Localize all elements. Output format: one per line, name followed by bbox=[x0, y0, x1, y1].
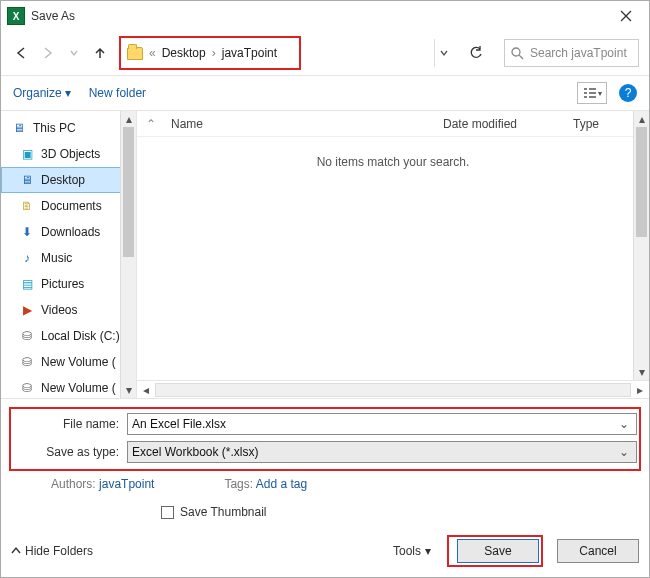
scroll-down-icon[interactable]: ▾ bbox=[121, 382, 136, 398]
pc-icon: 🖥 bbox=[11, 120, 27, 136]
empty-message: No items match your search. bbox=[317, 155, 470, 169]
filename-value: An Excel File.xlsx bbox=[132, 417, 616, 431]
save-as-dialog: X Save As « Desktop › javaTpoint Search … bbox=[0, 0, 650, 578]
sidebar-item-desktop[interactable]: 🖥Desktop bbox=[1, 167, 136, 193]
save-thumbnail-option[interactable]: Save Thumbnail bbox=[11, 505, 639, 519]
scrollbar-thumb[interactable] bbox=[123, 127, 134, 257]
chevron-down-icon[interactable]: ⌄ bbox=[616, 417, 632, 431]
content-area: 🖥This PC ▣3D Objects 🖥Desktop 🗎Documents… bbox=[1, 111, 649, 398]
sidebar-item-local-disk[interactable]: ⛁Local Disk (C:) bbox=[1, 323, 136, 349]
tags-value[interactable]: Add a tag bbox=[256, 477, 307, 491]
highlight-save: Save bbox=[447, 535, 543, 567]
navigation-pane: 🖥This PC ▣3D Objects 🖥Desktop 🗎Documents… bbox=[1, 111, 137, 398]
scroll-right-icon[interactable]: ▸ bbox=[631, 383, 649, 397]
chevron-down-icon: ▾ bbox=[598, 89, 602, 98]
sidebar-item-3d-objects[interactable]: ▣3D Objects bbox=[1, 141, 136, 167]
disk-icon: ⛁ bbox=[19, 328, 35, 344]
cube-icon: ▣ bbox=[19, 146, 35, 162]
bottom-panel: File name: An Excel File.xlsx ⌄ Save as … bbox=[1, 398, 649, 527]
sidebar-item-this-pc[interactable]: 🖥This PC bbox=[1, 115, 136, 141]
column-name[interactable]: Name bbox=[165, 117, 443, 131]
vertical-scrollbar[interactable]: ▴ ▾ bbox=[633, 111, 649, 380]
window-title: Save As bbox=[31, 9, 611, 23]
view-options-button[interactable]: ▾ bbox=[577, 82, 607, 104]
sidebar-item-videos[interactable]: ▶Videos bbox=[1, 297, 136, 323]
chevron-down-icon: ▾ bbox=[65, 86, 71, 100]
sidebar-item-pictures[interactable]: ▤Pictures bbox=[1, 271, 136, 297]
save-as-type-select[interactable]: Excel Workbook (*.xlsx) ⌄ bbox=[127, 441, 637, 463]
close-icon bbox=[620, 10, 632, 22]
filename-input[interactable]: An Excel File.xlsx ⌄ bbox=[127, 413, 637, 435]
scrollbar-thumb[interactable] bbox=[636, 127, 647, 237]
type-value: Excel Workbook (*.xlsx) bbox=[132, 445, 616, 459]
breadcrumb-javatpoint[interactable]: javaTpoint bbox=[222, 46, 277, 60]
column-headers: ⌃ Name Date modified Type bbox=[137, 111, 649, 137]
help-button[interactable]: ? bbox=[619, 84, 637, 102]
new-folder-button[interactable]: New folder bbox=[89, 86, 146, 100]
thumbnail-checkbox[interactable] bbox=[161, 506, 174, 519]
forward-button[interactable] bbox=[37, 42, 59, 64]
nav-row: « Desktop › javaTpoint Search javaTpoint bbox=[1, 31, 649, 75]
address-bar[interactable]: « Desktop › javaTpoint bbox=[119, 36, 301, 70]
scroll-left-icon[interactable]: ◂ bbox=[137, 383, 155, 397]
scrollbar-track[interactable] bbox=[155, 383, 631, 397]
chevron-down-icon bbox=[440, 49, 448, 57]
pictures-icon: ▤ bbox=[19, 276, 35, 292]
breadcrumb-desktop[interactable]: Desktop bbox=[162, 46, 206, 60]
chevron-down-icon[interactable]: ⌄ bbox=[616, 445, 632, 459]
type-label: Save as type: bbox=[13, 445, 127, 459]
authors-value[interactable]: javaTpoint bbox=[99, 477, 154, 491]
chevron-right-icon: › bbox=[212, 46, 216, 60]
sidebar-item-volume-1[interactable]: ⛁New Volume ( bbox=[1, 349, 136, 375]
column-type[interactable]: Type bbox=[573, 117, 633, 131]
column-date[interactable]: Date modified bbox=[443, 117, 573, 131]
sidebar-scrollbar[interactable]: ▴ ▾ bbox=[120, 111, 136, 398]
scroll-up-icon[interactable]: ▴ bbox=[121, 111, 136, 127]
close-button[interactable] bbox=[611, 1, 641, 31]
refresh-button[interactable] bbox=[462, 39, 490, 67]
highlight-filename-type: File name: An Excel File.xlsx ⌄ Save as … bbox=[9, 407, 641, 471]
search-placeholder: Search javaTpoint bbox=[530, 46, 627, 60]
scroll-down-icon[interactable]: ▾ bbox=[634, 364, 649, 380]
up-button[interactable] bbox=[89, 42, 111, 64]
documents-icon: 🗎 bbox=[19, 198, 35, 214]
metadata-row: Authors: javaTpoint Tags: Add a tag bbox=[11, 477, 639, 491]
recent-dropdown[interactable] bbox=[63, 42, 85, 64]
sidebar-item-downloads[interactable]: ⬇Downloads bbox=[1, 219, 136, 245]
help-icon: ? bbox=[625, 86, 632, 100]
folder-icon bbox=[127, 47, 143, 60]
horizontal-scrollbar[interactable]: ◂ ▸ bbox=[137, 380, 649, 398]
thumbnail-label: Save Thumbnail bbox=[180, 505, 267, 519]
arrow-right-icon bbox=[41, 46, 55, 60]
disk-icon: ⛁ bbox=[19, 354, 35, 370]
excel-icon: X bbox=[7, 7, 25, 25]
footer: Hide Folders Tools ▾ Save Cancel bbox=[1, 527, 649, 577]
download-icon: ⬇ bbox=[19, 224, 35, 240]
tools-menu[interactable]: Tools ▾ bbox=[393, 544, 431, 558]
arrow-left-icon bbox=[15, 46, 29, 60]
chevron-down-icon: ▾ bbox=[425, 544, 431, 558]
address-dropdown[interactable] bbox=[434, 39, 452, 67]
scroll-up-icon[interactable]: ▴ bbox=[634, 111, 649, 127]
music-icon: ♪ bbox=[19, 250, 35, 266]
breadcrumb-prefix: « bbox=[149, 46, 156, 60]
view-icon bbox=[583, 87, 597, 99]
sidebar-item-music[interactable]: ♪Music bbox=[1, 245, 136, 271]
hide-folders-button[interactable]: Hide Folders bbox=[11, 544, 93, 558]
refresh-icon bbox=[469, 46, 483, 60]
tags-label: Tags: bbox=[224, 477, 253, 491]
sidebar-item-volume-2[interactable]: ⛁New Volume ( bbox=[1, 375, 136, 398]
arrow-up-icon bbox=[93, 46, 107, 60]
search-input[interactable]: Search javaTpoint bbox=[504, 39, 639, 67]
save-button[interactable]: Save bbox=[457, 539, 539, 563]
videos-icon: ▶ bbox=[19, 302, 35, 318]
expand-column[interactable]: ⌃ bbox=[137, 117, 165, 131]
cancel-button[interactable]: Cancel bbox=[557, 539, 639, 563]
back-button[interactable] bbox=[11, 42, 33, 64]
titlebar: X Save As bbox=[1, 1, 649, 31]
sidebar-item-documents[interactable]: 🗎Documents bbox=[1, 193, 136, 219]
disk-icon: ⛁ bbox=[19, 380, 35, 396]
authors-label: Authors: bbox=[51, 477, 96, 491]
organize-button[interactable]: Organize ▾ bbox=[13, 86, 71, 100]
search-icon bbox=[511, 47, 524, 60]
